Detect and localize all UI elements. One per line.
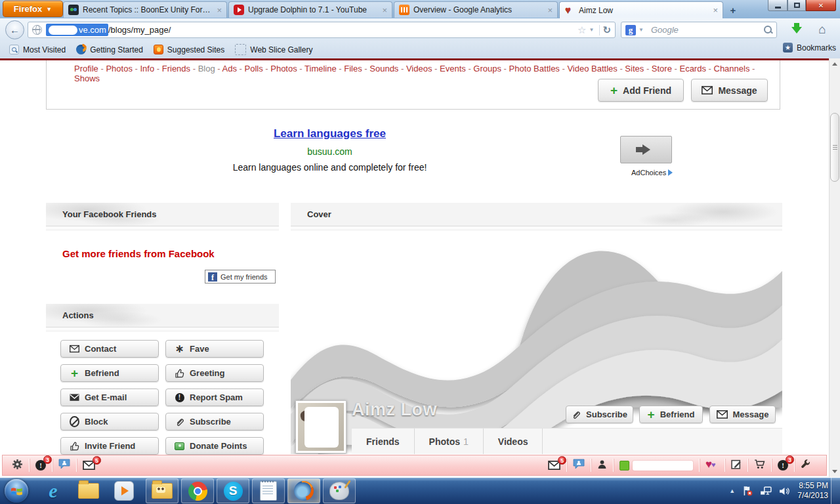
- cover-subscribe-button[interactable]: Subscribe: [566, 406, 633, 423]
- greeting-button[interactable]: Greeting: [165, 364, 264, 382]
- minimize-button[interactable]: [768, 0, 788, 11]
- add-friend-button[interactable]: Add Friend: [598, 79, 684, 102]
- back-button[interactable]: [5, 20, 24, 39]
- nav-link-sites[interactable]: Sites: [625, 64, 651, 74]
- chat-button[interactable]: [573, 459, 585, 472]
- nav-link-blog-current[interactable]: Blog: [198, 64, 222, 74]
- home-button[interactable]: [812, 20, 832, 38]
- url-dropdown-icon[interactable]: [589, 27, 595, 33]
- mail-button[interactable]: 5: [83, 461, 95, 470]
- taskbar-paint[interactable]: [323, 478, 356, 503]
- get-email-button[interactable]: Get E-mail: [60, 388, 159, 406]
- search-icon[interactable]: [764, 26, 772, 34]
- tab-youtube[interactable]: Upgrade Dolphin to 7.1 - YouTube: [228, 1, 392, 18]
- nav-link-groups[interactable]: Groups: [473, 64, 509, 74]
- settings-gear-button[interactable]: [12, 459, 23, 472]
- admin-tools-button[interactable]: [801, 459, 810, 472]
- tab-videos[interactable]: Videos: [484, 429, 543, 454]
- url-bar[interactable]: ve.com /blogs/my_page/: [28, 22, 616, 38]
- nav-link-videos[interactable]: Videos: [406, 64, 440, 74]
- profile-avatar[interactable]: [295, 400, 346, 453]
- nav-link-ads[interactable]: Ads: [222, 64, 245, 74]
- bookmark-star-icon[interactable]: [578, 24, 586, 36]
- tab-aimz-low-active[interactable]: Aimz Low: [559, 1, 723, 18]
- ad-next-button[interactable]: [620, 136, 672, 163]
- action-center-button[interactable]: [742, 486, 753, 496]
- nav-link-timeline[interactable]: Timeline: [304, 64, 344, 74]
- reload-icon[interactable]: [602, 24, 611, 36]
- show-hidden-icons-button[interactable]: [729, 488, 735, 494]
- bookmark-getting-started[interactable]: Getting Started: [71, 43, 148, 56]
- block-button[interactable]: Block: [60, 413, 159, 430]
- subscribe-button[interactable]: Subscribe: [165, 413, 264, 430]
- nav-link-files[interactable]: Files: [344, 64, 369, 74]
- show-desktop-button[interactable]: [831, 478, 840, 504]
- google-search-engine-icon[interactable]: g: [625, 25, 636, 35]
- adchoices-link[interactable]: AdChoices: [631, 169, 673, 177]
- scroll-down-button[interactable]: [830, 466, 840, 477]
- tab-photos[interactable]: Photos 1: [415, 429, 484, 454]
- maximize-button[interactable]: [788, 0, 806, 11]
- close-tab-icon[interactable]: [382, 6, 387, 14]
- notifications-button[interactable]: 3: [35, 460, 46, 471]
- report-spam-button[interactable]: Report Spam: [165, 388, 264, 406]
- nav-link-profile[interactable]: Profile: [74, 64, 106, 74]
- donate-points-button[interactable]: Donate Points: [165, 437, 264, 455]
- nav-link-friends[interactable]: Friends: [162, 64, 198, 74]
- volume-button[interactable]: [779, 487, 790, 495]
- taskbar-notepad[interactable]: [252, 478, 285, 503]
- tab-google-analytics[interactable]: Overview - Google Analytics: [394, 1, 558, 18]
- start-button[interactable]: [5, 479, 28, 503]
- bookmark-web-slice-gallery[interactable]: Web Slice Gallery: [230, 42, 318, 57]
- taskbar-clock[interactable]: 8:55 PM 7/4/2013: [797, 481, 828, 501]
- bookmarks-menu-button[interactable]: Bookmarks: [783, 43, 836, 52]
- cover-message-button[interactable]: Message: [709, 406, 776, 423]
- nav-link-video-battles[interactable]: Video Battles: [567, 64, 625, 74]
- page-scrollbar[interactable]: [829, 58, 840, 477]
- new-tab-button[interactable]: [724, 3, 742, 16]
- befriend-button[interactable]: Befriend: [60, 364, 159, 382]
- taskbar-firefox-active[interactable]: [287, 478, 320, 503]
- scroll-up-button[interactable]: [830, 58, 840, 70]
- nav-link-shows[interactable]: Shows: [74, 74, 100, 83]
- close-window-button[interactable]: [806, 0, 836, 11]
- nav-link-photos2[interactable]: Photos: [270, 64, 304, 74]
- nav-link-photos[interactable]: Photos: [106, 64, 140, 74]
- nav-link-events[interactable]: Events: [440, 64, 473, 74]
- nav-link-polls[interactable]: Polls: [244, 64, 270, 74]
- cover-befriend-button[interactable]: Befriend: [639, 406, 703, 423]
- search-bar[interactable]: g Google: [621, 22, 777, 38]
- nav-link-ecards[interactable]: Ecards: [679, 64, 713, 74]
- invite-friend-button[interactable]: Invite Friend: [60, 437, 159, 455]
- search-engine-dropdown-icon[interactable]: [639, 27, 644, 33]
- ad-headline-link[interactable]: Learn languages free: [274, 127, 386, 140]
- mail-button[interactable]: 5: [548, 461, 560, 470]
- taskbar-skype[interactable]: S: [217, 478, 249, 503]
- tab-friends[interactable]: Friends: [352, 429, 415, 454]
- firefox-menu-button[interactable]: Firefox ▼: [3, 1, 63, 17]
- nav-link-store[interactable]: Store: [652, 64, 680, 74]
- nav-link-channels[interactable]: Channels: [714, 64, 755, 74]
- message-button-top[interactable]: Message: [691, 79, 768, 102]
- close-tab-icon[interactable]: [713, 6, 718, 14]
- bookmark-suggested-sites[interactable]: Suggested Sites: [148, 43, 230, 56]
- get-my-friends-button[interactable]: Get my friends: [205, 270, 276, 284]
- taskbar-chrome[interactable]: [181, 478, 214, 503]
- tab-boonex-forums[interactable]: Recent Topics :: BoonEx Unity Forums: [63, 1, 227, 18]
- bookmark-most-visited[interactable]: Most Visited: [4, 43, 71, 56]
- cart-button[interactable]: [754, 459, 765, 472]
- network-button[interactable]: [760, 486, 772, 495]
- downloads-button[interactable]: [786, 21, 807, 39]
- fave-button[interactable]: Fave: [165, 340, 264, 358]
- nav-link-sounds[interactable]: Sounds: [369, 64, 406, 74]
- nav-link-info[interactable]: Info: [140, 64, 161, 74]
- close-tab-icon[interactable]: [217, 6, 222, 14]
- compose-button[interactable]: [731, 459, 742, 472]
- nav-link-photo-battles[interactable]: Photo Battles: [509, 64, 568, 74]
- close-tab-icon[interactable]: [547, 6, 553, 14]
- taskbar-media-player[interactable]: [108, 478, 140, 503]
- account-button[interactable]: [597, 459, 607, 472]
- taskbar-windows-explorer[interactable]: [72, 478, 105, 503]
- taskbar-running-app[interactable]: [146, 478, 178, 503]
- alerts-button[interactable]: 3: [778, 460, 788, 471]
